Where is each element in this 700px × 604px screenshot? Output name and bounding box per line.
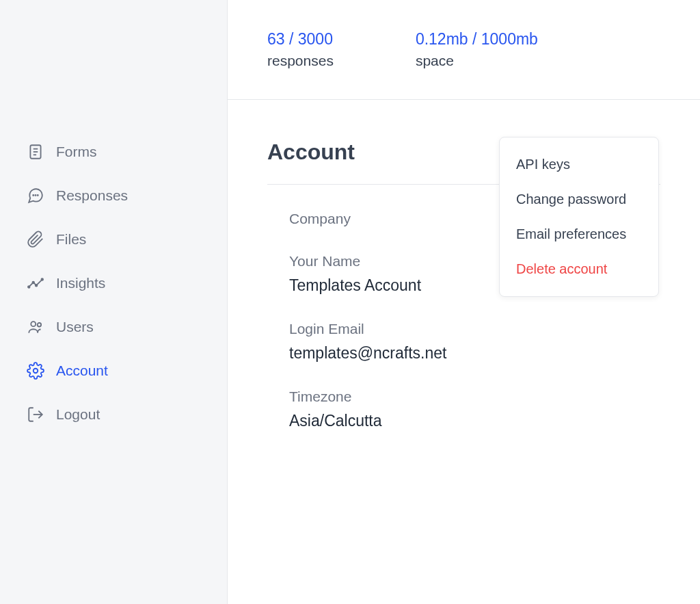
svg-point-4	[33, 195, 33, 196]
field-timezone: Timezone Asia/Calcutta	[289, 389, 660, 430]
svg-point-10	[41, 278, 43, 280]
dropdown-item-email-preferences[interactable]: Email preferences	[500, 217, 658, 252]
svg-point-5	[35, 195, 36, 196]
stat-space-label: space	[416, 53, 538, 69]
sidebar-item-forms[interactable]: Forms	[26, 130, 227, 174]
field-timezone-label: Timezone	[289, 389, 660, 405]
field-email: Login Email templates@ncrafts.net	[289, 321, 660, 363]
document-icon	[26, 142, 45, 161]
dropdown-item-api-keys[interactable]: API keys	[500, 147, 658, 182]
stat-responses: 63 / 3000 responses	[267, 30, 334, 69]
dropdown-item-delete-account[interactable]: Delete account	[500, 252, 658, 287]
sidebar-item-label: Forms	[56, 144, 97, 160]
field-email-value: templates@ncrafts.net	[289, 344, 660, 363]
stat-responses-value: 63 / 3000	[267, 30, 334, 49]
gear-icon	[26, 361, 45, 380]
svg-point-13	[33, 369, 38, 373]
sidebar-item-users[interactable]: Users	[26, 305, 227, 349]
sidebar-item-account[interactable]: Account	[26, 349, 227, 393]
sidebar-item-label: Responses	[56, 187, 128, 204]
svg-point-9	[36, 285, 38, 287]
main-content: 63 / 3000 responses 0.12mb / 1000mb spac…	[228, 0, 700, 604]
chart-line-icon	[26, 274, 45, 293]
svg-point-7	[28, 286, 30, 288]
sidebar-item-label: Logout	[56, 406, 100, 423]
sidebar-item-label: Insights	[56, 275, 105, 291]
sidebar-item-label: Users	[56, 319, 94, 335]
svg-point-6	[38, 195, 38, 196]
logout-icon	[26, 405, 45, 424]
svg-point-11	[31, 321, 36, 326]
svg-point-8	[32, 282, 34, 284]
sidebar-item-files[interactable]: Files	[26, 218, 227, 261]
sidebar: Forms Responses Files Insights Users Acc…	[0, 0, 228, 604]
users-icon	[26, 317, 45, 337]
sidebar-item-responses[interactable]: Responses	[26, 174, 227, 218]
stat-space: 0.12mb / 1000mb space	[416, 30, 538, 69]
paperclip-icon	[26, 230, 45, 249]
stats-bar: 63 / 3000 responses 0.12mb / 1000mb spac…	[228, 0, 700, 100]
stat-responses-label: responses	[267, 53, 334, 69]
stat-space-value: 0.12mb / 1000mb	[416, 30, 538, 49]
sidebar-item-insights[interactable]: Insights	[26, 261, 227, 305]
field-timezone-value: Asia/Calcutta	[289, 412, 660, 430]
dropdown-item-change-password[interactable]: Change password	[500, 182, 658, 217]
sidebar-item-label: Account	[56, 363, 108, 379]
account-dropdown-menu: API keys Change password Email preferenc…	[499, 137, 659, 297]
sidebar-item-label: Files	[56, 231, 86, 248]
svg-point-12	[38, 323, 41, 326]
field-email-label: Login Email	[289, 321, 660, 337]
sidebar-item-logout[interactable]: Logout	[26, 393, 227, 436]
chat-icon	[26, 186, 45, 205]
